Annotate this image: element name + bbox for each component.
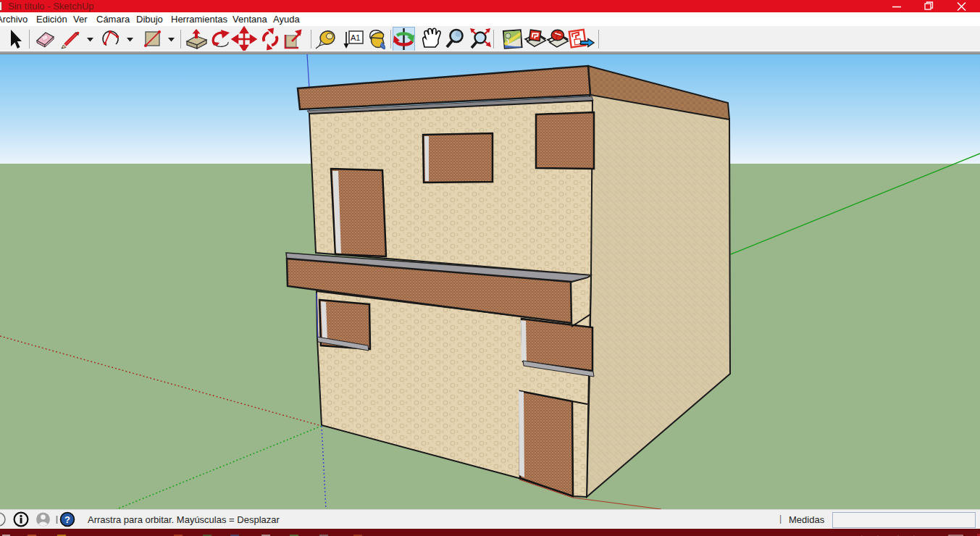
svg-text:A1: A1 (351, 33, 360, 42)
svg-text:?: ? (64, 514, 70, 525)
